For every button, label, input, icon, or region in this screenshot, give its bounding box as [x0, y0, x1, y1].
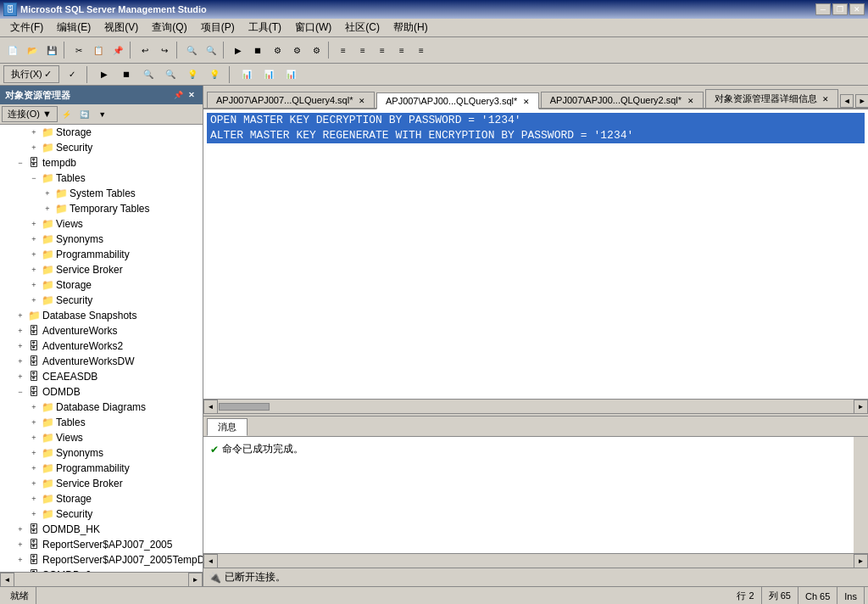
tree-item[interactable]: +📁Security: [0, 293, 203, 308]
exec-tb-3[interactable]: 🔍: [139, 65, 158, 84]
output-hscroll[interactable]: ◄ ►: [203, 553, 868, 568]
tb-btn-8[interactable]: ⏹: [248, 41, 267, 59]
oe-tree[interactable]: +📁Storage+📁Security−🗄tempdb−📁Tables+📁Sys…: [0, 125, 203, 572]
tree-item[interactable]: +📁Tables: [0, 415, 203, 430]
tb-btn-5[interactable]: 🔍: [182, 41, 201, 59]
output-scroll-right[interactable]: ►: [854, 554, 868, 568]
tree-expander[interactable]: +: [27, 431, 41, 445]
tree-item[interactable]: +📁Programmability: [0, 247, 203, 262]
oe-refresh-button[interactable]: 🔄: [76, 107, 93, 122]
output-scrollbar-v[interactable]: [854, 437, 868, 553]
tab-close-3[interactable]: ✕: [821, 95, 830, 103]
editor-scroll-left[interactable]: ◄: [203, 400, 218, 414]
exec-tb-7[interactable]: 📊: [237, 65, 256, 84]
tb-btn-14[interactable]: ≡: [373, 41, 392, 59]
tree-item[interactable]: +🗄ReportServer$APJ007_2005TempDB: [0, 552, 203, 568]
menu-item[interactable]: 编辑(E): [50, 19, 97, 36]
menu-item[interactable]: 工具(T): [242, 19, 288, 36]
output-scroll-track[interactable]: [219, 557, 853, 565]
menu-item[interactable]: 窗口(W): [288, 19, 338, 36]
tree-item[interactable]: +📁Synonyms: [0, 232, 203, 247]
tb-btn-15[interactable]: ≡: [392, 41, 411, 59]
exec-tb-1[interactable]: ▶: [95, 65, 114, 84]
menu-item[interactable]: 帮助(H): [387, 19, 435, 36]
tree-item[interactable]: −📁Tables: [0, 171, 203, 186]
new-query-button[interactable]: 📄: [3, 41, 22, 59]
tb-btn-16[interactable]: ≡: [412, 41, 431, 59]
undo-button[interactable]: ↩: [136, 41, 154, 59]
tab-1[interactable]: APJ007\APJ00...QLQuery3.sql* ✕: [376, 92, 539, 109]
execute-button[interactable]: 执行(X) ✓: [3, 65, 59, 83]
exec-tb-2[interactable]: ⏹: [117, 65, 136, 84]
editor-scroll-track[interactable]: [219, 403, 853, 411]
tree-expander[interactable]: +: [27, 141, 41, 154]
close-button[interactable]: ✕: [849, 3, 865, 15]
scroll-track[interactable]: [15, 576, 187, 584]
save-button[interactable]: 💾: [42, 41, 61, 59]
tree-expander[interactable]: +: [27, 477, 41, 490]
tree-expander[interactable]: +: [27, 294, 41, 307]
oe-pin-button[interactable]: 📌: [172, 89, 184, 101]
tree-item[interactable]: +🗄CEAEASDB: [0, 369, 203, 384]
tb-btn-11[interactable]: ⚙: [307, 41, 326, 59]
tree-expander[interactable]: +: [27, 248, 41, 261]
tree-expander[interactable]: +: [41, 202, 54, 215]
tree-item[interactable]: +🗄AdventureWorks: [0, 323, 203, 338]
tree-item[interactable]: +📁Database Snapshots: [0, 308, 203, 323]
tree-expander[interactable]: −: [27, 171, 41, 185]
tree-item[interactable]: −🗄tempdb: [0, 155, 203, 171]
tree-expander[interactable]: −: [14, 385, 27, 399]
editor-scroll-right[interactable]: ►: [854, 400, 868, 414]
tree-expander[interactable]: −: [14, 156, 27, 170]
tree-item[interactable]: +📁Database Diagrams: [0, 400, 203, 415]
tree-item[interactable]: +📁Synonyms: [0, 445, 203, 461]
tb-btn-12[interactable]: ≡: [334, 41, 353, 59]
scroll-right-btn[interactable]: ►: [188, 573, 203, 587]
menu-item[interactable]: 项目(P): [194, 19, 242, 36]
tree-expander[interactable]: +: [14, 553, 27, 567]
restore-button[interactable]: ❒: [832, 3, 848, 15]
code-editor[interactable]: OPEN MASTER KEY DECRYPTION BY PASSWORD =…: [203, 109, 868, 399]
redo-button[interactable]: ↪: [155, 41, 174, 59]
tree-expander[interactable]: +: [27, 263, 41, 277]
tab-close-2[interactable]: ✕: [685, 97, 694, 105]
editor-hscroll[interactable]: ◄ ►: [203, 399, 868, 413]
tree-item[interactable]: +📁Views: [0, 430, 203, 445]
tree-expander[interactable]: +: [27, 461, 41, 475]
cut-button[interactable]: ✂: [70, 41, 88, 59]
tree-item[interactable]: +📁Views: [0, 216, 203, 232]
tree-item[interactable]: +📁System Tables: [0, 186, 203, 201]
menu-item[interactable]: 视图(V): [97, 19, 145, 36]
oe-connect-button[interactable]: 连接(O) ▼: [2, 106, 58, 122]
tree-expander[interactable]: +: [14, 538, 27, 551]
tree-expander[interactable]: +: [41, 187, 54, 200]
tab-close-0[interactable]: ✕: [356, 97, 365, 105]
tb-btn-7[interactable]: ▶: [229, 41, 248, 59]
oe-filter-button[interactable]: ▼: [94, 107, 111, 122]
tree-item[interactable]: +📁Service Broker: [0, 476, 203, 491]
oe-disconnect-button[interactable]: ⚡: [58, 107, 75, 122]
tree-expander[interactable]: +: [27, 507, 41, 521]
tree-expander[interactable]: +: [14, 324, 27, 338]
tree-item[interactable]: +🗄AdventureWorks2: [0, 338, 203, 354]
tree-expander[interactable]: +: [14, 339, 27, 353]
tree-expander[interactable]: +: [27, 446, 41, 460]
open-button[interactable]: 📂: [23, 41, 42, 59]
parse-button[interactable]: ✓: [63, 65, 81, 84]
tab-2[interactable]: APJ007\APJ00...QLQuery2.sql* ✕: [541, 92, 704, 108]
tree-item[interactable]: +📁Service Broker: [0, 262, 203, 277]
tree-item[interactable]: +📁Storage: [0, 125, 203, 140]
exec-tb-6[interactable]: 💡: [205, 65, 224, 84]
exec-tb-8[interactable]: 📊: [259, 65, 278, 84]
tree-item[interactable]: +🗄ReportServer$APJ007_2005: [0, 537, 203, 552]
exec-tb-9[interactable]: 📊: [281, 65, 300, 84]
output-tab-0[interactable]: 消息: [207, 418, 248, 436]
tree-expander[interactable]: +: [14, 523, 27, 536]
tb-btn-10[interactable]: ⚙: [287, 41, 306, 59]
tb-btn-9[interactable]: ⚙: [268, 41, 287, 59]
output-scroll-left[interactable]: ◄: [203, 554, 218, 568]
menu-item[interactable]: 文件(F): [3, 19, 50, 36]
tree-item[interactable]: −🗄ODMDB: [0, 384, 203, 400]
tree-item[interactable]: +📁Security: [0, 140, 203, 155]
oe-close-button[interactable]: ✕: [186, 89, 198, 101]
